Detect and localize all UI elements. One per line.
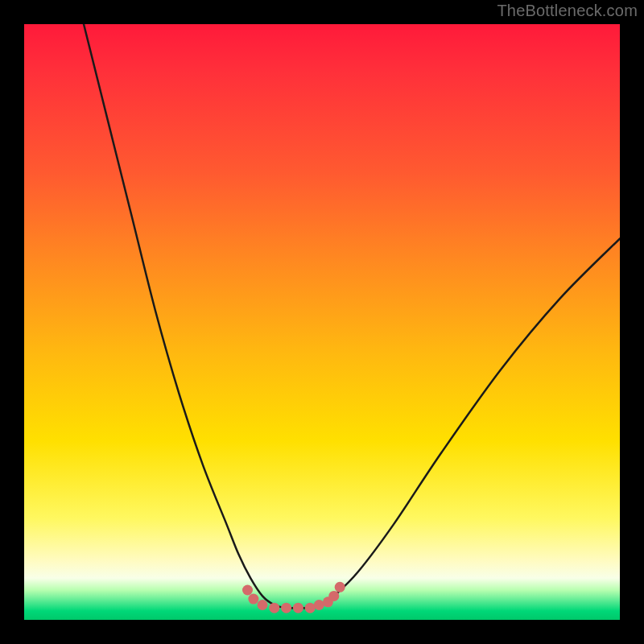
valley-marker	[242, 585, 253, 596]
valley-marker	[269, 603, 279, 613]
bottleneck-curve	[84, 24, 620, 608]
valley-marker	[328, 591, 339, 601]
valley-marker	[314, 600, 324, 610]
valley-marker	[335, 582, 345, 592]
valley-marker	[305, 603, 316, 613]
chart-frame: TheBottleneck.com	[0, 0, 644, 644]
bottleneck-curve-svg	[24, 24, 620, 620]
plot-area	[24, 24, 620, 620]
valley-marker	[293, 603, 303, 613]
valley-marker	[258, 600, 268, 610]
valley-marker	[248, 594, 258, 605]
valley-marker	[281, 603, 291, 613]
watermark-text: TheBottleneck.com	[497, 2, 638, 20]
